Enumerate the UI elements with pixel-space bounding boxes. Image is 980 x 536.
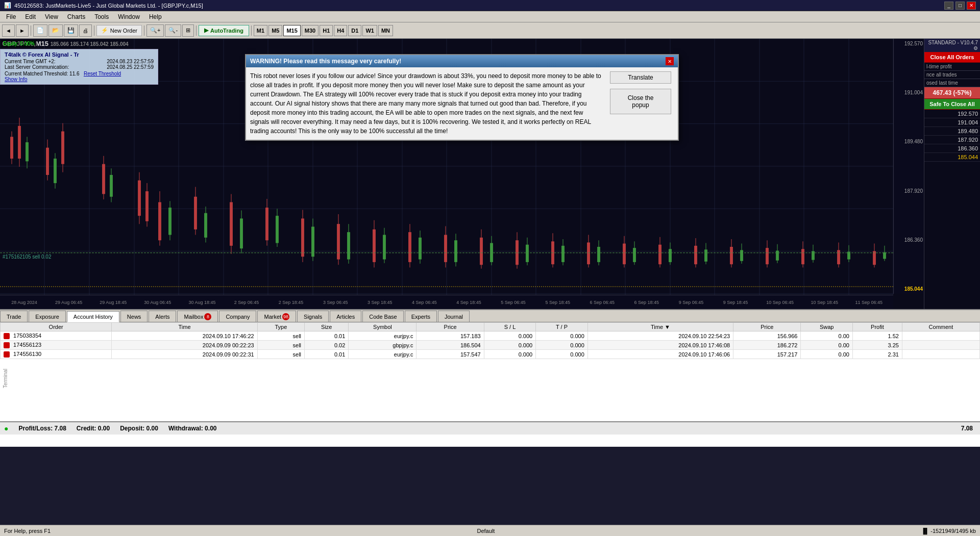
time-7: 2 Sep 18:45 — [269, 300, 313, 305]
time-11: 4 Sep 18:45 — [447, 300, 491, 305]
tab-alerts[interactable]: Alerts — [149, 311, 176, 322]
warning-text-content: This robot never loses if you follow our… — [250, 71, 602, 136]
table-row[interactable]: 174556123 2024.09.09 00:22:23 sell 0.02 … — [1, 341, 980, 350]
tab-journal[interactable]: Journal — [438, 311, 470, 322]
trade-table-body: 175038354 2024.09.10 17:46:22 sell 0.01 … — [1, 331, 980, 359]
row2-sl: 0.000 — [484, 341, 536, 350]
close-popup-button[interactable]: Close the popup — [610, 89, 671, 114]
col-open-time: Time — [112, 323, 257, 331]
tf-m5[interactable]: M5 — [268, 25, 282, 36]
close-all-button[interactable]: Close All Orders — [924, 52, 980, 63]
show-info-link[interactable]: Show Info — [5, 76, 154, 82]
settings-icon[interactable]: ⚙ — [973, 45, 978, 51]
summary-circle: ● — [4, 424, 8, 432]
tab-company-label: Company — [226, 314, 250, 320]
sep-4 — [196, 25, 197, 36]
tab-trade-label: Trade — [7, 314, 21, 320]
tf-m1[interactable]: M1 — [254, 25, 267, 36]
fit-button[interactable]: ⊞ — [182, 24, 194, 37]
row1-sl: 0.000 — [484, 331, 536, 341]
time-16: 9 Sep 06:45 — [669, 300, 713, 305]
tab-account-history-label: Account History — [74, 314, 113, 320]
summary-credit: Credit: 0.00 — [77, 425, 110, 432]
toolbar: ◄ ► 📄 📂 💾 🖨 ⚡ New Order 🔍+ 🔍- ⊞ ▶ AutoTr… — [0, 22, 980, 39]
col-close-time: Time ▼ — [587, 323, 733, 331]
row1-order: 175038354 — [1, 331, 112, 341]
tf-h1[interactable]: H1 — [320, 25, 333, 36]
autotrading-icon: ▶ — [204, 27, 208, 34]
row2-symbol: gbpjpy.c — [349, 341, 416, 350]
menu-help[interactable]: Help — [145, 12, 166, 21]
tab-news[interactable]: News — [120, 311, 148, 322]
open-button[interactable]: 📂 — [48, 24, 63, 37]
terminal-tabs: Trade Exposure Account History News Aler… — [0, 310, 980, 322]
menu-file[interactable]: File — [2, 12, 20, 21]
back-button[interactable]: ◄ — [2, 24, 15, 37]
tab-market[interactable]: Market 98 — [257, 311, 296, 322]
row3-symbol: eurjpy.c — [349, 350, 416, 359]
tab-signals[interactable]: Signals — [297, 311, 329, 322]
tf-m15[interactable]: M15 — [283, 25, 300, 36]
tf-h4[interactable]: H4 — [334, 25, 347, 36]
table-row[interactable]: 174556130 2024.09.09 00:22:31 sell 0.01 … — [1, 350, 980, 359]
bar-chart-icon: ▐▌ — [921, 528, 929, 534]
new-chart-button[interactable]: 📄 — [33, 24, 47, 37]
minimize-button[interactable]: _ — [944, 2, 953, 10]
col-swap: Swap — [801, 323, 853, 331]
warning-title-text: WARNING! Please read this message very c… — [250, 58, 401, 65]
tf-mn[interactable]: MN — [378, 25, 393, 36]
tf-w1[interactable]: W1 — [362, 25, 377, 36]
save-button[interactable]: 💾 — [64, 24, 78, 37]
tab-exposure[interactable]: Exposure — [29, 311, 65, 322]
menu-tools[interactable]: Tools — [90, 12, 113, 21]
tab-account-history[interactable]: Account History — [67, 311, 119, 322]
tab-mailbox[interactable]: Mailbox 8 — [177, 311, 218, 322]
tab-experts[interactable]: Experts — [405, 311, 437, 322]
menu-edit[interactable]: Edit — [21, 12, 40, 21]
forward-button[interactable]: ► — [16, 24, 29, 37]
tf-m30[interactable]: M30 — [302, 25, 318, 36]
print-button[interactable]: 🖨 — [79, 24, 92, 37]
safe-close-button[interactable]: Safe To Close All — [924, 99, 980, 110]
warning-close-x-button[interactable]: ✕ — [666, 57, 674, 65]
col-symbol: Symbol — [349, 323, 416, 331]
tab-company[interactable]: Company — [219, 311, 256, 322]
tab-codebase[interactable]: Code Base — [362, 311, 403, 322]
ea-server-label: Last Server Communication: — [5, 64, 69, 70]
table-row[interactable]: 175038354 2024.09.10 17:46:22 sell 0.01 … — [1, 331, 980, 341]
tab-signals-label: Signals — [304, 314, 322, 320]
row2-comment — [902, 341, 979, 350]
row3-size: 0.01 — [305, 350, 349, 359]
col-sl: S / L — [484, 323, 536, 331]
reset-threshold-link[interactable]: Reset Threshold — [84, 71, 121, 76]
menu-view[interactable]: View — [41, 12, 62, 21]
new-order-button[interactable]: ⚡ New Order — [96, 25, 142, 36]
tab-articles[interactable]: Articles — [330, 311, 361, 322]
maximize-button[interactable]: □ — [955, 2, 965, 10]
summary-withdrawal: Withdrawal: 0.00 — [168, 425, 217, 432]
row1-close-price: 156.966 — [733, 331, 801, 341]
warning-buttons: Translate Close the popup — [607, 71, 674, 136]
title-bar-controls: _ □ ✕ — [944, 2, 976, 10]
summary-total: 7.08 — [961, 425, 976, 432]
zoom-out-button[interactable]: 🔍- — [165, 24, 181, 37]
autotrading-button[interactable]: ▶ AutoTrading — [199, 25, 249, 36]
time-9: 3 Sep 18:45 — [358, 300, 402, 305]
zoom-in-button[interactable]: 🔍+ — [146, 24, 164, 37]
menu-charts[interactable]: Charts — [63, 12, 89, 21]
tab-trade[interactable]: Trade — [0, 311, 28, 322]
price-6: 185.044 — [895, 286, 923, 292]
translate-button[interactable]: Translate — [610, 71, 671, 84]
close-button[interactable]: ✕ — [967, 2, 976, 10]
time-15: 6 Sep 18:45 — [624, 300, 669, 305]
ea-server-value: 2024.08.25 22:57:59 — [107, 64, 154, 70]
row3-close-price: 157.217 — [733, 350, 801, 359]
terminal-section: Terminal Trade Exposure Account History … — [0, 309, 980, 447]
new-order-label: New Order — [110, 28, 137, 34]
tf-d1[interactable]: D1 — [348, 25, 361, 36]
time-13: 5 Sep 18:45 — [535, 300, 580, 305]
row3-open-time: 2024.09.09 00:22:31 — [112, 350, 257, 359]
tab-news-label: News — [127, 314, 141, 320]
ea-time-row: Current Time GMT +2: 2024.08.23 22:57:59 — [5, 59, 154, 64]
menu-window[interactable]: Window — [114, 12, 144, 21]
